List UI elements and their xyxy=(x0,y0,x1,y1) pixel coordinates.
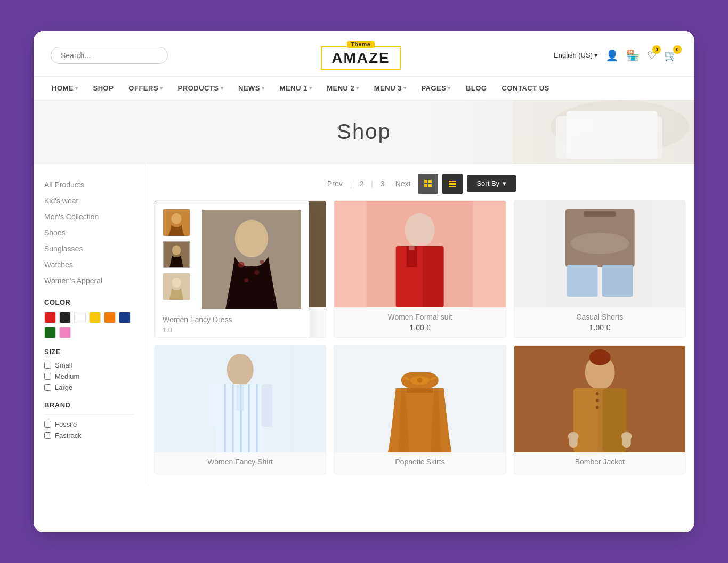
popup-thumb-3[interactable] xyxy=(163,273,190,300)
nav-blog-label: BLOG xyxy=(466,84,487,92)
nav-pages[interactable]: PAGES ▾ xyxy=(414,77,458,100)
svg-rect-49 xyxy=(262,384,272,427)
size-medium-checkbox[interactable] xyxy=(44,373,51,380)
sidebar-item-sunglasses[interactable]: Sunglasses xyxy=(44,241,134,257)
color-swatch-black[interactable] xyxy=(59,312,71,323)
list-view-icon xyxy=(448,179,457,188)
grid-view-button[interactable] xyxy=(418,174,438,194)
sidebar-item-shoes[interactable]: Shoes xyxy=(44,225,134,241)
product-card-5[interactable]: Popnetic Skirts xyxy=(334,345,506,474)
color-swatch-orange[interactable] xyxy=(104,312,116,323)
svg-rect-9 xyxy=(449,183,456,185)
brand-divider xyxy=(44,414,134,415)
brand-fossile: Fossile xyxy=(44,420,134,428)
svg-point-19 xyxy=(172,277,181,287)
color-swatch-pink[interactable] xyxy=(59,327,71,338)
product-card-4[interactable]: Women Fancy Shirt xyxy=(154,345,326,474)
svg-rect-64 xyxy=(569,432,577,448)
product-info-6: Bomber Jacket xyxy=(514,452,685,474)
svg-point-23 xyxy=(254,270,260,275)
size-section-title: SIZE xyxy=(44,348,134,356)
pagination-bar: Prev | 2 | 3 Next xyxy=(154,164,686,200)
store-icon[interactable]: 🏪 xyxy=(626,49,640,62)
language-selector[interactable]: English (US) ▾ xyxy=(554,51,598,59)
brand-fossile-checkbox[interactable] xyxy=(44,421,51,428)
color-swatch-yellow[interactable] xyxy=(89,312,101,323)
product-name-3: Casual Shorts xyxy=(521,313,679,321)
popup-thumb-1-icon xyxy=(163,209,190,236)
sidebar-item-kids-wear[interactable]: Kid's wear xyxy=(44,193,134,209)
nav-menu1-arrow-icon: ▾ xyxy=(309,85,312,91)
svg-rect-39 xyxy=(584,211,616,217)
color-swatch-red[interactable] xyxy=(44,312,56,323)
product-card-1[interactable]: Women Fancy Dress xyxy=(154,200,326,338)
nav-menu2-arrow-icon: ▾ xyxy=(356,85,359,91)
color-swatch-green[interactable] xyxy=(44,327,56,338)
nav-offers[interactable]: OFFERS ▾ xyxy=(121,77,170,100)
product-grid-wrapper: Women Fancy Dress xyxy=(154,200,686,474)
nav-products[interactable]: PRODUCTS ▾ xyxy=(171,77,231,100)
cart-icon[interactable]: 🛒 0 xyxy=(664,49,677,62)
svg-point-15 xyxy=(171,213,181,224)
size-small-checkbox[interactable] xyxy=(44,362,51,369)
svg-rect-38 xyxy=(602,265,633,297)
product-card-3[interactable]: Casual Shorts 1.00 € xyxy=(514,200,686,338)
nav-contact[interactable]: CONTACT US xyxy=(495,77,557,100)
nav-home[interactable]: HOME ▾ xyxy=(44,77,86,100)
nav-shop[interactable]: SHOP xyxy=(86,77,122,100)
main-window: Theme AMAZE English (US) ▾ 👤 🏪 ♡ 0 🛒 0 H… xyxy=(34,31,694,532)
svg-point-22 xyxy=(238,261,245,267)
nav-home-arrow-icon: ▾ xyxy=(75,85,78,91)
color-swatch-navy[interactable] xyxy=(119,312,131,323)
svg-point-68 xyxy=(595,406,598,409)
nav-menu1[interactable]: MENU 1 ▾ xyxy=(272,77,320,100)
product-card-6[interactable]: Bomber Jacket xyxy=(514,345,686,474)
popup-top xyxy=(163,209,301,310)
popup-thumb-2[interactable] xyxy=(163,241,190,268)
svg-point-27 xyxy=(405,213,435,247)
sidebar-item-womens-apperal[interactable]: Women's Apperal xyxy=(44,273,134,289)
sort-by-button[interactable]: Sort By ▾ xyxy=(467,175,516,192)
product-shorts-illustration xyxy=(514,201,685,307)
product-info-5: Popnetic Skirts xyxy=(334,452,505,474)
sidebar-item-all-products[interactable]: All Products xyxy=(44,177,134,193)
product-card-2[interactable]: Women Formal suit 1.00 € xyxy=(334,200,506,338)
nav-blog[interactable]: BLOG xyxy=(458,77,495,100)
list-view-button[interactable] xyxy=(442,174,463,194)
sidebar-item-mens-collection[interactable]: Men's Collection xyxy=(44,209,134,225)
svg-rect-3 xyxy=(567,111,657,159)
nav-pages-arrow-icon: ▾ xyxy=(448,85,451,91)
page-2-link[interactable]: 2 xyxy=(356,177,367,190)
language-label: English (US) xyxy=(554,51,593,59)
header: Theme AMAZE English (US) ▾ 👤 🏪 ♡ 0 🛒 0 xyxy=(34,31,694,77)
nav-offers-label: OFFERS xyxy=(128,84,158,92)
product-image-4 xyxy=(155,346,326,452)
size-large-checkbox[interactable] xyxy=(44,384,51,391)
product-popup: Women Fancy Dress 1.0 🛒 ♡ ⇄ xyxy=(155,201,309,338)
logo-name: AMAZE xyxy=(321,46,401,70)
nav-menu2[interactable]: MENU 2 ▾ xyxy=(319,77,367,100)
user-icon[interactable]: 👤 xyxy=(605,49,619,62)
page-3-link[interactable]: 3 xyxy=(377,177,388,190)
sidebar-item-watches[interactable]: Watches xyxy=(44,257,134,273)
svg-rect-47 xyxy=(256,384,258,452)
product-info-2: Women Formal suit 1.00 € xyxy=(334,307,505,337)
logo[interactable]: Theme AMAZE xyxy=(321,41,401,70)
wishlist-icon[interactable]: ♡ 0 xyxy=(647,49,657,62)
brand-fastrack-checkbox[interactable] xyxy=(44,432,51,439)
next-page-link[interactable]: Next xyxy=(392,177,414,190)
svg-point-66 xyxy=(595,392,598,395)
svg-point-41 xyxy=(227,354,254,386)
popup-product-title: Women Fancy Dress xyxy=(163,315,301,324)
search-input[interactable] xyxy=(51,47,168,64)
nav-news[interactable]: NEWS ▾ xyxy=(231,77,272,100)
product-price-3: 1.00 € xyxy=(521,323,679,332)
svg-rect-7 xyxy=(428,184,432,187)
popup-thumb-1[interactable] xyxy=(163,209,190,236)
prev-page-link[interactable]: Prev xyxy=(324,177,346,190)
color-swatch-white[interactable] xyxy=(74,312,86,323)
nav-shop-label: SHOP xyxy=(93,84,114,92)
nav-menu3[interactable]: MENU 3 ▾ xyxy=(367,77,414,100)
svg-point-24 xyxy=(244,278,248,282)
product-skirt-illustration xyxy=(334,346,505,452)
